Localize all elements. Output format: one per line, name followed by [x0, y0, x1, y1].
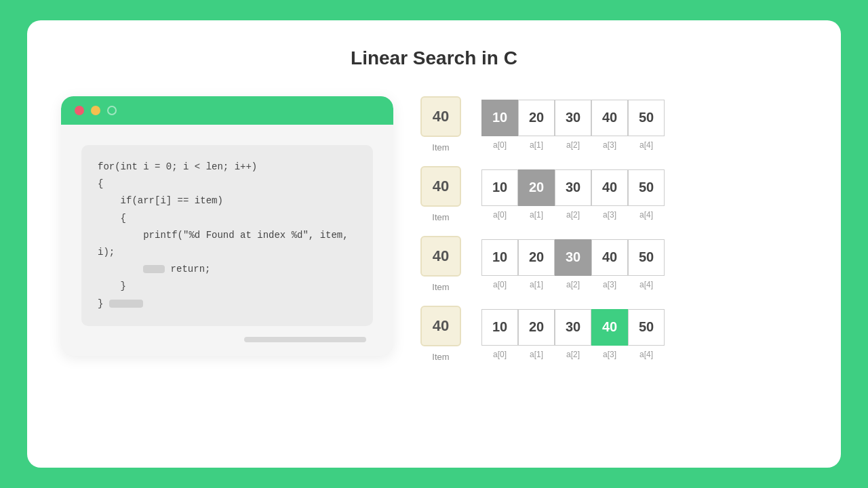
code-line-4: {	[98, 210, 357, 227]
item-label-3: Item	[432, 352, 449, 362]
array-index-1-0: a[0]	[481, 210, 518, 220]
array-row-1: 1020304050	[481, 169, 665, 206]
item-label-2: Item	[432, 282, 449, 292]
array-index-3-1: a[1]	[518, 350, 555, 359]
code-line-6: return;	[98, 261, 357, 278]
array-index-0-4: a[4]	[628, 140, 665, 150]
array-cell-3-0: 10	[481, 309, 518, 346]
array-indices-0: a[0]a[1]a[2]a[3]a[4]	[481, 140, 665, 150]
array-row-0: 1020304050	[481, 100, 665, 136]
array-group-0: 1020304050a[0]a[1]a[2]a[3]a[4]	[481, 100, 665, 150]
array-cell-2-0: 10	[481, 239, 518, 276]
code-line-3: if(arr[i] == item)	[98, 192, 357, 209]
dot-yellow	[91, 106, 100, 115]
array-index-2-0: a[0]	[481, 280, 518, 289]
array-group-1: 1020304050a[0]a[1]a[2]a[3]a[4]	[481, 169, 665, 220]
page-title: Linear Search in C	[61, 47, 807, 69]
search-step-2: 40Item1020304050a[0]a[1]a[2]a[3]a[4]	[420, 236, 807, 292]
array-index-3-3: a[3]	[591, 350, 628, 359]
scrollbar	[244, 337, 366, 342]
array-cell-2-1: 20	[518, 239, 555, 276]
dot-red	[75, 106, 84, 115]
array-index-0-0: a[0]	[481, 140, 518, 150]
dot-green-window	[107, 106, 117, 115]
array-indices-1: a[0]a[1]a[2]a[3]a[4]	[481, 210, 665, 220]
search-step-3: 40Item1020304050a[0]a[1]a[2]a[3]a[4]	[420, 306, 807, 362]
array-index-2-3: a[3]	[591, 280, 628, 289]
array-cell-2-2: 30	[555, 239, 591, 276]
array-row-2: 1020304050	[481, 239, 665, 276]
array-index-1-4: a[4]	[628, 210, 665, 220]
array-indices-2: a[0]a[1]a[2]a[3]a[4]	[481, 280, 665, 289]
code-window: for(int i = 0; i < len; i++) { if(arr[i]…	[61, 96, 393, 356]
item-box-0: 40Item	[420, 96, 461, 152]
scrollbar-area	[81, 337, 373, 342]
array-index-3-4: a[4]	[628, 350, 665, 359]
array-cell-3-2: 30	[555, 309, 591, 346]
array-cell-3-3: 40	[591, 309, 628, 346]
code-block: for(int i = 0; i < len; i++) { if(arr[i]…	[81, 145, 373, 326]
array-index-1-1: a[1]	[518, 210, 555, 220]
array-cell-1-2: 30	[555, 169, 591, 206]
array-index-2-4: a[4]	[628, 280, 665, 289]
array-index-1-2: a[2]	[555, 210, 591, 220]
array-index-0-1: a[1]	[518, 140, 555, 150]
code-line-7: }	[98, 278, 357, 295]
item-box-2: 40Item	[420, 236, 461, 292]
item-cell-1: 40	[420, 166, 461, 207]
array-cell-0-3: 40	[591, 100, 628, 136]
array-cell-0-4: 50	[628, 100, 665, 136]
array-index-2-2: a[2]	[555, 280, 591, 289]
item-cell-2: 40	[420, 236, 461, 277]
item-label-1: Item	[432, 212, 449, 222]
array-cell-1-3: 40	[591, 169, 628, 206]
array-cell-0-0: 10	[481, 100, 518, 136]
array-index-3-0: a[0]	[481, 350, 518, 359]
code-line-1: for(int i = 0; i < len; i++)	[98, 159, 357, 176]
item-box-3: 40Item	[420, 306, 461, 362]
array-cell-0-1: 20	[518, 100, 555, 136]
array-cell-2-3: 40	[591, 239, 628, 276]
array-index-0-2: a[2]	[555, 140, 591, 150]
array-cell-3-1: 20	[518, 309, 555, 346]
array-cell-1-1: 20	[518, 169, 555, 206]
array-indices-3: a[0]a[1]a[2]a[3]a[4]	[481, 350, 665, 359]
code-line-8: }	[98, 296, 357, 312]
array-cell-3-4: 50	[628, 309, 665, 346]
array-group-3: 1020304050a[0]a[1]a[2]a[3]a[4]	[481, 309, 665, 359]
array-index-3-2: a[2]	[555, 350, 591, 359]
content-area: for(int i = 0; i < len; i++) { if(arr[i]…	[61, 96, 807, 362]
array-group-2: 1020304050a[0]a[1]a[2]a[3]a[4]	[481, 239, 665, 289]
code-line-5: printf("%d Found at index %d", item, i);	[98, 227, 357, 261]
array-index-2-1: a[1]	[518, 280, 555, 289]
search-step-1: 40Item1020304050a[0]a[1]a[2]a[3]a[4]	[420, 166, 807, 222]
main-card: Linear Search in C for(int i = 0; i < le…	[27, 20, 841, 468]
array-cell-1-0: 10	[481, 169, 518, 206]
array-index-1-3: a[3]	[591, 210, 628, 220]
array-cell-1-4: 50	[628, 169, 665, 206]
array-index-0-3: a[3]	[591, 140, 628, 150]
item-cell-3: 40	[420, 306, 461, 346]
item-cell-0: 40	[420, 96, 461, 137]
titlebar	[61, 96, 393, 125]
code-body: for(int i = 0; i < len; i++) { if(arr[i]…	[61, 125, 393, 356]
array-cell-0-2: 30	[555, 100, 591, 136]
search-step-0: 40Item1020304050a[0]a[1]a[2]a[3]a[4]	[420, 96, 807, 152]
item-box-1: 40Item	[420, 166, 461, 222]
array-row-3: 1020304050	[481, 309, 665, 346]
array-cell-2-4: 50	[628, 239, 665, 276]
arrays-area: 40Item1020304050a[0]a[1]a[2]a[3]a[4]40It…	[420, 96, 807, 362]
code-line-2: {	[98, 176, 357, 192]
item-label-0: Item	[432, 142, 449, 152]
